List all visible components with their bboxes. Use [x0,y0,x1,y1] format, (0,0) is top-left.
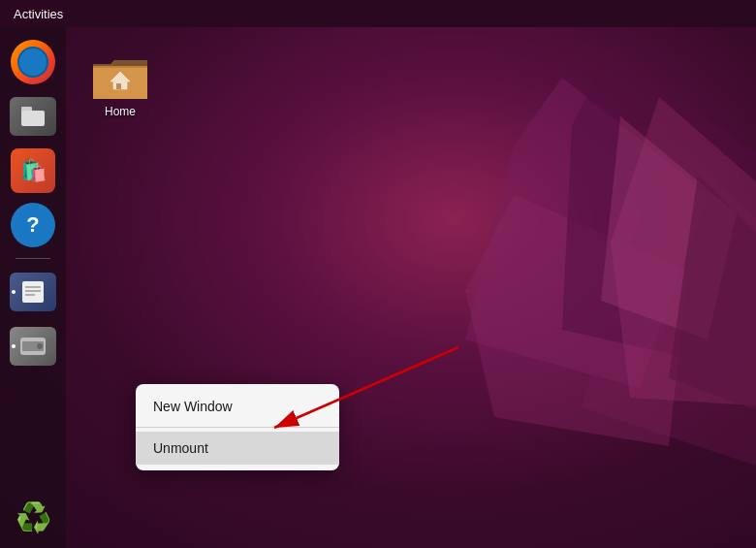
firefox-icon [11,40,55,84]
dock: 🛍️ ? ♻️ [0,27,66,548]
desktop-area: Home New Window Unmount [66,27,756,548]
dock-icon-drive[interactable] [10,323,56,370]
gedit-icon [10,273,56,311]
dock-icon-software[interactable]: 🛍️ [10,147,56,194]
dock-icon-help[interactable]: ? [10,202,56,248]
files-icon-svg [19,105,47,128]
dock-icon-firefox[interactable] [10,39,56,85]
topbar: Activities [0,0,756,27]
dock-icon-trash[interactable]: ♻️ [10,494,56,540]
software-icon: 🛍️ [11,148,55,193]
help-icon: ? [11,203,55,247]
drive-icon-svg [18,334,47,359]
context-menu-item-new-window[interactable]: New Window [136,390,339,423]
home-folder-icon [89,50,151,103]
activities-button[interactable]: Activities [0,0,77,27]
svg-rect-17 [116,83,121,89]
context-menu-item-unmount[interactable]: Unmount [136,432,339,465]
svg-rect-8 [21,111,45,126]
dock-separator [16,258,50,259]
dock-icon-gedit[interactable] [10,269,56,315]
svg-rect-9 [22,281,44,303]
svg-point-15 [37,343,43,349]
dock-active-indicator [12,290,16,294]
trash-icon: ♻️ [10,494,56,540]
context-menu-separator [136,427,339,428]
gedit-icon-svg [19,279,47,305]
desktop-icon-home[interactable]: Home [85,47,155,122]
files-icon [10,97,56,136]
dock-drive-active-indicator [12,344,16,348]
context-menu: New Window Unmount [136,384,339,470]
home-folder-label: Home [105,105,136,118]
drive-icon [10,327,56,366]
dock-icon-files[interactable] [10,93,56,140]
